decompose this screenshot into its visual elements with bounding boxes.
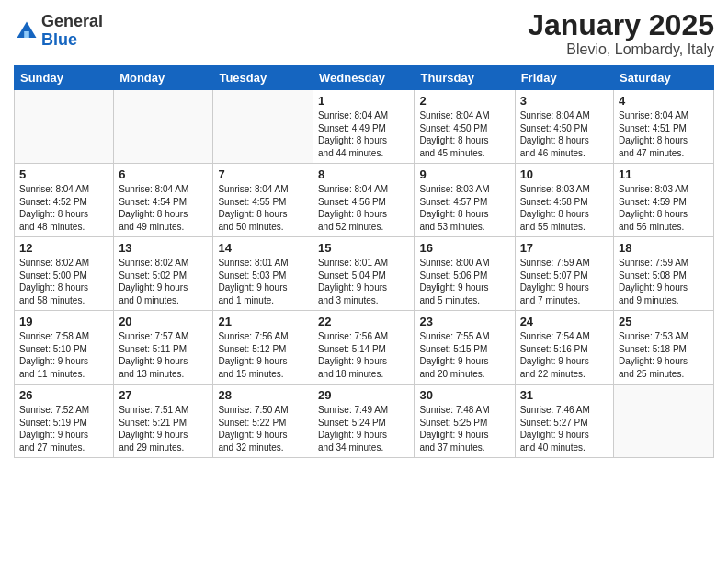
table-row: 9Sunrise: 8:03 AMSunset: 4:57 PMDaylight… [415, 164, 515, 237]
table-row: 4Sunrise: 8:04 AMSunset: 4:51 PMDaylight… [614, 90, 714, 164]
table-row: 2Sunrise: 8:04 AMSunset: 4:50 PMDaylight… [415, 90, 515, 164]
table-row [213, 90, 313, 164]
table-row [614, 385, 714, 458]
logo-general: General [41, 13, 103, 31]
table-row: 23Sunrise: 7:55 AMSunset: 5:15 PMDayligh… [415, 311, 515, 385]
header: General Blue January 2025 Blevio, Lombar… [14, 9, 714, 58]
col-thursday: Thursday [415, 66, 515, 90]
table-row [114, 90, 213, 164]
table-row: 28Sunrise: 7:50 AMSunset: 5:22 PMDayligh… [213, 385, 313, 458]
table-row: 5Sunrise: 8:04 AMSunset: 4:52 PMDaylight… [15, 164, 114, 237]
table-row: 26Sunrise: 7:52 AMSunset: 5:19 PMDayligh… [15, 385, 114, 458]
location: Blevio, Lombardy, Italy [528, 41, 714, 58]
table-row: 20Sunrise: 7:57 AMSunset: 5:11 PMDayligh… [114, 311, 213, 385]
table-row: 8Sunrise: 8:04 AMSunset: 4:56 PMDaylight… [313, 164, 415, 237]
col-friday: Friday [515, 66, 613, 90]
logo-text: General Blue [41, 13, 103, 50]
table-row [15, 90, 114, 164]
table-row: 27Sunrise: 7:51 AMSunset: 5:21 PMDayligh… [114, 385, 213, 458]
table-row: 12Sunrise: 8:02 AMSunset: 5:00 PMDayligh… [15, 237, 114, 311]
logo-blue: Blue [41, 31, 103, 50]
table-row: 21Sunrise: 7:56 AMSunset: 5:12 PMDayligh… [213, 311, 313, 385]
table-row: 6Sunrise: 8:04 AMSunset: 4:54 PMDaylight… [114, 164, 213, 237]
calendar-header-row: Sunday Monday Tuesday Wednesday Thursday… [15, 66, 714, 90]
table-row: 31Sunrise: 7:46 AMSunset: 5:27 PMDayligh… [515, 385, 613, 458]
table-row: 24Sunrise: 7:54 AMSunset: 5:16 PMDayligh… [515, 311, 613, 385]
col-sunday: Sunday [15, 66, 114, 90]
title-block: January 2025 Blevio, Lombardy, Italy [528, 9, 714, 58]
logo: General Blue [14, 13, 103, 50]
table-row: 11Sunrise: 8:03 AMSunset: 4:59 PMDayligh… [614, 164, 714, 237]
table-row: 1Sunrise: 8:04 AMSunset: 4:49 PMDaylight… [313, 90, 415, 164]
table-row: 22Sunrise: 7:56 AMSunset: 5:14 PMDayligh… [313, 311, 415, 385]
table-row: 10Sunrise: 8:03 AMSunset: 4:58 PMDayligh… [515, 164, 613, 237]
svg-rect-1 [24, 31, 29, 38]
table-row: 16Sunrise: 8:00 AMSunset: 5:06 PMDayligh… [415, 237, 515, 311]
table-row: 13Sunrise: 8:02 AMSunset: 5:02 PMDayligh… [114, 237, 213, 311]
logo-icon [14, 18, 40, 44]
col-wednesday: Wednesday [313, 66, 415, 90]
calendar-table: Sunday Monday Tuesday Wednesday Thursday… [14, 65, 714, 458]
table-row: 7Sunrise: 8:04 AMSunset: 4:55 PMDaylight… [213, 164, 313, 237]
col-monday: Monday [114, 66, 213, 90]
table-row: 18Sunrise: 7:59 AMSunset: 5:08 PMDayligh… [614, 237, 714, 311]
page-container: General Blue January 2025 Blevio, Lombar… [0, 0, 728, 463]
table-row: 17Sunrise: 7:59 AMSunset: 5:07 PMDayligh… [515, 237, 613, 311]
table-row: 15Sunrise: 8:01 AMSunset: 5:04 PMDayligh… [313, 237, 415, 311]
table-row: 19Sunrise: 7:58 AMSunset: 5:10 PMDayligh… [15, 311, 114, 385]
col-saturday: Saturday [614, 66, 714, 90]
table-row: 29Sunrise: 7:49 AMSunset: 5:24 PMDayligh… [313, 385, 415, 458]
table-row: 14Sunrise: 8:01 AMSunset: 5:03 PMDayligh… [213, 237, 313, 311]
table-row: 3Sunrise: 8:04 AMSunset: 4:50 PMDaylight… [515, 90, 613, 164]
table-row: 25Sunrise: 7:53 AMSunset: 5:18 PMDayligh… [614, 311, 714, 385]
col-tuesday: Tuesday [213, 66, 313, 90]
table-row: 30Sunrise: 7:48 AMSunset: 5:25 PMDayligh… [415, 385, 515, 458]
month-year: January 2025 [528, 9, 714, 41]
